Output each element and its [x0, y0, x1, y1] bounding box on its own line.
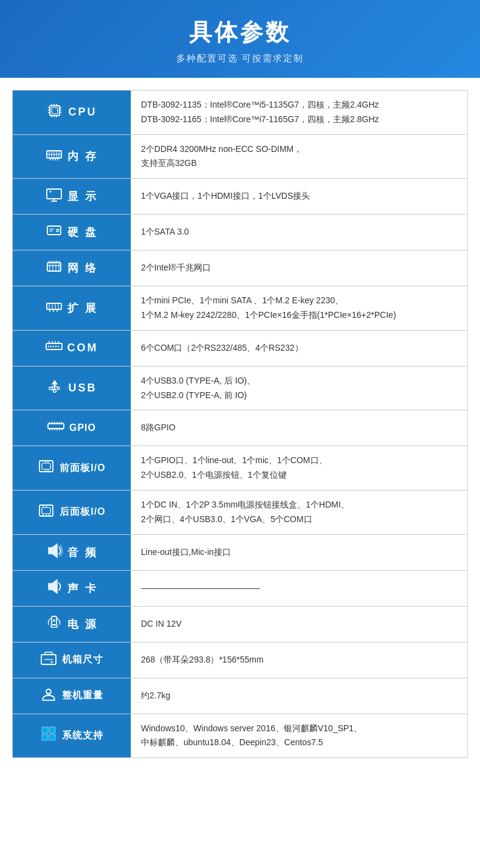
svg-rect-103 — [45, 652, 52, 655]
spec-value-gpio: 8路GPIO — [131, 410, 468, 446]
net-icon — [46, 258, 63, 278]
table-row: COM6个COM口（2个RS232/485、4个RS232） — [13, 330, 468, 366]
spec-label-text-frontio: 前面板I/O — [60, 462, 105, 475]
spec-value-com: 6个COM口（2个RS232/485、4个RS232） — [131, 330, 468, 366]
sound-icon — [46, 578, 63, 599]
spec-label-expand: 扩 展 — [13, 286, 131, 331]
svg-point-56 — [55, 346, 56, 347]
spec-value-audio: Line-out接口,Mic-in接口 — [131, 534, 468, 570]
spec-label-text-gpio: GPIO — [69, 422, 96, 433]
table-row: 音 频Line-out接口,Mic-in接口 — [13, 534, 468, 570]
audio-icon — [46, 542, 63, 563]
svg-rect-69 — [48, 424, 64, 429]
spec-label-net: 网 络 — [13, 250, 131, 286]
spec-label-ram: 内 存 — [13, 134, 131, 179]
svg-rect-110 — [49, 727, 55, 733]
spec-label-text-hdd: 硬 盘 — [67, 225, 98, 239]
spec-value-hdd: 1个SATA 3.0 — [131, 215, 468, 250]
svg-rect-89 — [42, 508, 50, 514]
spec-label-text-display: 显 示 — [67, 189, 98, 204]
header: 具体参数 多种配置可选 可按需求定制 — [0, 0, 480, 78]
svg-rect-111 — [42, 734, 48, 740]
table-row: 内 存2个DDR4 3200MHz non-ECC SO-DIMM，支持至高32… — [13, 134, 468, 179]
svg-marker-63 — [52, 381, 57, 384]
spec-label-gpio: GPIO — [13, 410, 131, 446]
svg-rect-25 — [47, 189, 61, 199]
svg-text:kg: kg — [46, 691, 50, 695]
svg-point-53 — [47, 346, 49, 347]
spec-value-net: 2个Intel®千兆网口 — [131, 250, 468, 286]
svg-rect-83 — [42, 463, 50, 469]
spec-label-case: 机箱尺寸 — [13, 642, 131, 678]
spec-value-frontio: 1个GPIO口、1个line-out、1个mic、1个COM口、2个USB2.0… — [131, 446, 468, 491]
table-row: 电 源DC IN 12V — [13, 606, 468, 642]
spec-label-frontio: 前面板I/O — [13, 446, 131, 491]
svg-point-54 — [50, 346, 51, 347]
spec-label-hdd: 硬 盘 — [13, 215, 131, 250]
spec-label-power: 电 源 — [13, 606, 131, 642]
spec-value-display: 1个VGA接口，1个HDMI接口，1个LVDS接头 — [131, 179, 468, 215]
spec-label-text-weight: 整机重量 — [62, 689, 103, 702]
svg-marker-96 — [49, 580, 57, 593]
svg-point-68 — [53, 389, 57, 392]
table-row: 网 络2个Intel®千兆网口 — [13, 250, 468, 286]
table-row: 系统支持Windows10、Windows server 2016、银河麒麟V1… — [13, 714, 468, 758]
table-row: CPUDTB-3092-1135：Intel®Core™i5-1135G7，四核… — [13, 91, 468, 135]
spec-label-text-backio: 后面板I/O — [60, 506, 105, 518]
spec-label-cpu: CPU — [13, 91, 131, 135]
spec-value-usb: 4个USB3.0 (TYPE-A, 后 IO)、2个USB2.0 (TYPE-A… — [131, 366, 468, 410]
page-subtitle: 多种配置可选 可按需求定制 — [12, 53, 468, 64]
spec-label-text-net: 网 络 — [67, 261, 98, 275]
table-row: USB4个USB3.0 (TYPE-A, 后 IO)、2个USB2.0 (TYP… — [13, 366, 468, 410]
com-icon — [46, 338, 63, 359]
table-row: 后面板I/O1个DC IN、1个2P 3.5mm电源按钮接线盒、1个HDMI、2… — [13, 490, 468, 534]
spec-table: CPUDTB-3092-1135：Intel®Core™i5-1135G7，四核… — [12, 90, 468, 758]
spec-label-text-soundcard: 声 卡 — [67, 581, 98, 596]
spec-label-text-power: 电 源 — [67, 617, 98, 632]
spec-value-os: Windows10、Windows server 2016、银河麒麟V10_SP… — [131, 714, 468, 758]
backio-icon — [38, 502, 55, 523]
table-row: 硬 盘1个SATA 3.0 — [13, 215, 468, 250]
table-row: GPIO8路GPIO — [13, 410, 468, 446]
power-icon — [46, 614, 63, 635]
spec-label-text-case: 机箱尺寸 — [62, 653, 103, 666]
weight-icon: kg — [40, 686, 57, 706]
spec-label-text-cpu: CPU — [68, 106, 97, 119]
table-row: 前面板I/O1个GPIO口、1个line-out、1个mic、1个COM口、2个… — [13, 446, 468, 491]
page-title: 具体参数 — [12, 17, 468, 48]
spec-label-soundcard: 声 卡 — [13, 570, 131, 606]
spec-label-text-os: 系统支持 — [62, 729, 103, 742]
svg-point-57 — [57, 346, 58, 347]
spec-value-soundcard: —————————————— — [131, 570, 468, 606]
table-row: 显 示1个VGA接口，1个HDMI接口，1个LVDS接头 — [13, 179, 468, 215]
table-row: 扩 展1个mini PCIe、1个mini SATA 、1个M.2 E-key … — [13, 286, 468, 331]
display-icon — [46, 186, 63, 207]
svg-marker-95 — [49, 544, 57, 557]
usb-icon — [46, 378, 63, 399]
svg-rect-82 — [39, 461, 53, 472]
svg-rect-1 — [52, 108, 58, 114]
os-icon — [40, 725, 57, 746]
case-icon — [40, 650, 57, 670]
cpu-icon — [46, 102, 63, 123]
hdd-icon — [46, 222, 63, 243]
spec-label-text-expand: 扩 展 — [67, 301, 98, 315]
svg-rect-112 — [49, 734, 55, 740]
spec-label-text-audio: 音 频 — [67, 545, 98, 560]
svg-rect-109 — [42, 727, 48, 733]
spec-value-cpu: DTB-3092-1135：Intel®Core™i5-1135G7，四核，主频… — [131, 91, 468, 135]
spec-label-display: 显 示 — [13, 179, 131, 215]
spec-value-weight: 约2.7kg — [131, 678, 468, 714]
spec-value-backio: 1个DC IN、1个2P 3.5mm电源按钮接线盒、1个HDMI、2个网口、4个… — [131, 490, 468, 534]
ram-icon — [46, 146, 63, 167]
svg-point-28 — [49, 191, 51, 193]
spec-label-weight: kg 整机重量 — [13, 678, 131, 714]
expand-icon — [46, 298, 63, 319]
table-row: kg 整机重量约2.7kg — [13, 678, 468, 714]
svg-rect-66 — [49, 387, 53, 390]
spec-label-text-com: COM — [67, 342, 98, 354]
svg-point-30 — [57, 229, 59, 232]
spec-label-text-ram: 内 存 — [67, 149, 98, 164]
spec-value-power: DC IN 12V — [131, 606, 468, 642]
svg-point-105 — [51, 661, 53, 663]
